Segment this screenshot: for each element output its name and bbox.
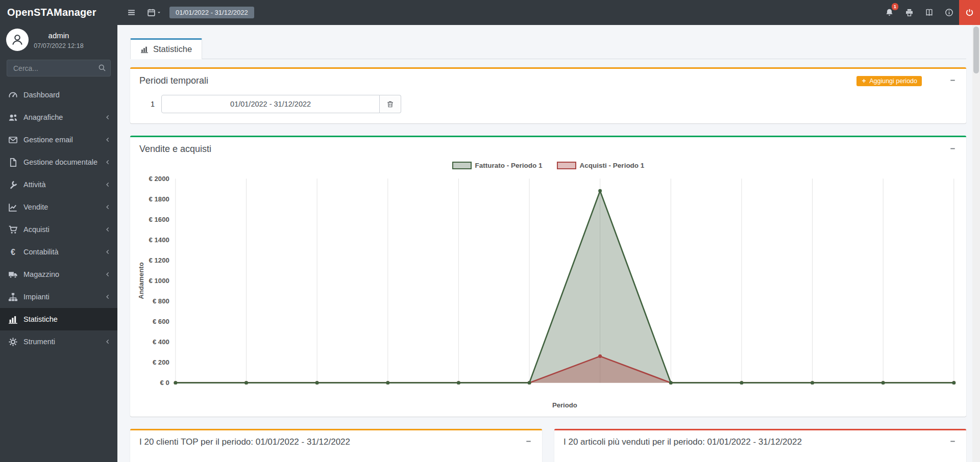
file-icon — [8, 158, 18, 167]
chart-legend: Fatturato - Periodo 1Acquisti - Periodo … — [135, 160, 961, 170]
chevron-left-icon — [105, 249, 111, 255]
sidebar-item-label: Statistiche — [23, 315, 58, 323]
sidebar-item-statistiche[interactable]: Statistiche — [0, 308, 117, 330]
svg-text:€ 2000: € 2000 — [149, 175, 169, 183]
brand-logo[interactable]: OpenSTAManager — [0, 0, 117, 25]
bottom-cards-row: I 20 clienti TOP per il periodo: 01/01/2… — [130, 429, 966, 462]
svg-text:€ 1200: € 1200 — [149, 256, 169, 264]
delete-period-button[interactable] — [380, 95, 401, 113]
cart-icon — [8, 225, 18, 235]
minus-icon — [949, 145, 956, 152]
sidebar-item-label: Gestione documentale — [23, 158, 97, 166]
top-articles-card-header: I 20 articoli più venduti per il periodo… — [554, 430, 966, 452]
chevron-left-icon — [105, 159, 111, 165]
search-icon[interactable] — [98, 64, 106, 72]
caret-down-icon — [156, 10, 162, 15]
chevron-left-icon — [105, 294, 111, 300]
calendar-button[interactable] — [141, 0, 167, 25]
sitemap-icon — [8, 292, 18, 302]
wrench-icon — [8, 180, 18, 190]
envelope-icon — [8, 135, 18, 145]
legend-item[interactable]: Acquisti - Periodo 1 — [557, 162, 645, 169]
info-icon — [945, 8, 953, 17]
sidebar-item-gestione-email[interactable]: Gestione email — [0, 129, 117, 151]
sidebar-item-magazzino[interactable]: Magazzino — [0, 263, 117, 286]
chart-bar-icon — [140, 45, 149, 54]
sidebar-item-label: Anagrafiche — [23, 113, 63, 121]
sidebar-item-vendite[interactable]: Vendite — [0, 196, 117, 218]
date-range-badge[interactable]: 01/01/2022 - 31/12/2022 — [169, 7, 254, 18]
svg-text:€ 600: € 600 — [153, 318, 169, 325]
svg-text:Periodo: Periodo — [552, 401, 577, 409]
sidebar-item-strumenti[interactable]: Strumenti — [0, 330, 117, 353]
add-period-label: Aggiungi periodo — [869, 78, 917, 85]
calendar-icon — [147, 8, 156, 17]
svg-text:€ 1600: € 1600 — [149, 216, 169, 223]
period-input-group — [161, 95, 401, 113]
logout-button[interactable] — [959, 0, 980, 25]
scrollbar-track[interactable] — [972, 25, 980, 462]
plus-icon — [861, 78, 867, 84]
sidebar: OpenSTAManager admin 07/07/2022 12:18 Da… — [0, 0, 117, 462]
info-button[interactable] — [939, 0, 959, 25]
add-period-button[interactable]: Aggiungi periodo — [856, 76, 922, 86]
search-input[interactable] — [7, 60, 111, 76]
top-articles-card: I 20 articoli più venduti per il periodo… — [554, 429, 966, 462]
sidebar-item-label: Strumenti — [23, 338, 55, 346]
sales-chart-svg: € 0€ 200€ 400€ 600€ 800€ 1000€ 1200€ 140… — [135, 170, 961, 413]
top-articles-title: I 20 articoli più venduti per il periodo… — [564, 437, 922, 447]
book-icon — [925, 8, 934, 17]
svg-text:Andamento: Andamento — [137, 262, 145, 299]
periods-card-title: Periodi temporali — [139, 75, 856, 86]
notifications-button[interactable]: 1 — [879, 0, 899, 25]
sidebar-item-label: Dashboard — [23, 91, 60, 99]
sidebar-item-acquisti[interactable]: Acquisti — [0, 218, 117, 241]
sidebar-item-anagrafiche[interactable]: Anagrafiche — [0, 106, 117, 129]
sidebar-item-contabilit-[interactable]: €Contabilità — [0, 241, 117, 263]
sidebar-search — [7, 60, 111, 76]
scrollbar-thumb[interactable] — [973, 27, 979, 73]
sidebar-item-impianti[interactable]: Impianti — [0, 286, 117, 308]
chevron-left-icon — [105, 204, 111, 210]
trash-icon — [386, 100, 394, 108]
chevron-left-icon — [105, 271, 111, 277]
svg-text:€ 0: € 0 — [160, 379, 169, 387]
sidebar-item-label: Impianti — [23, 293, 50, 301]
print-button[interactable] — [899, 0, 919, 25]
sidebar-item-dashboard[interactable]: Dashboard — [0, 84, 117, 106]
sales-card-title: Vendite e acquisti — [139, 144, 922, 155]
legend-label: Fatturato - Periodo 1 — [475, 162, 543, 169]
top-clients-collapse-button[interactable] — [524, 437, 533, 447]
svg-text:€ 800: € 800 — [153, 297, 169, 305]
sidebar-item-label: Vendite — [23, 203, 48, 211]
periods-collapse-button[interactable] — [948, 76, 957, 86]
period-daterange-input[interactable] — [161, 95, 380, 113]
periods-card-header: Periodi temporali Aggiungi periodo — [130, 69, 966, 91]
euro-icon: € — [8, 247, 18, 257]
tab-label: Statistiche — [153, 44, 192, 54]
sales-collapse-button[interactable] — [948, 144, 957, 155]
main-content: Statistiche Periodi temporali Aggiungi p… — [117, 25, 972, 462]
sidebar-item-label: Magazzino — [23, 270, 59, 278]
tab-statistiche[interactable]: Statistiche — [130, 38, 202, 59]
legend-label: Acquisti - Periodo 1 — [580, 162, 645, 169]
top-navbar: 01/01/2022 - 31/12/2022 1 — [117, 0, 980, 25]
legend-item[interactable]: Fatturato - Periodo 1 — [452, 162, 543, 169]
sidebar-item-attivit-[interactable]: Attività — [0, 173, 117, 196]
periods-card-body: 1 — [130, 91, 966, 123]
sidebar-toggle-button[interactable] — [121, 0, 141, 25]
cog-icon — [8, 337, 18, 347]
sidebar-item-label: Contabilità — [23, 248, 59, 256]
sidebar-item-gestione-documentale[interactable]: Gestione documentale — [0, 151, 117, 173]
sidebar-item-label: Attività — [23, 181, 46, 189]
chevron-left-icon — [105, 182, 111, 188]
notification-badge: 1 — [892, 3, 898, 10]
tabs-row: Statistiche — [130, 38, 966, 59]
svg-text:€ 1400: € 1400 — [149, 236, 169, 244]
manual-button[interactable] — [919, 0, 939, 25]
minus-icon — [949, 77, 956, 84]
top-articles-collapse-button[interactable] — [948, 437, 957, 447]
user-panel: admin 07/07/2022 12:18 — [0, 25, 117, 55]
period-row-number: 1 — [151, 100, 155, 108]
sales-chart-card: Vendite e acquisti Fatturato - Periodo 1… — [130, 136, 966, 417]
